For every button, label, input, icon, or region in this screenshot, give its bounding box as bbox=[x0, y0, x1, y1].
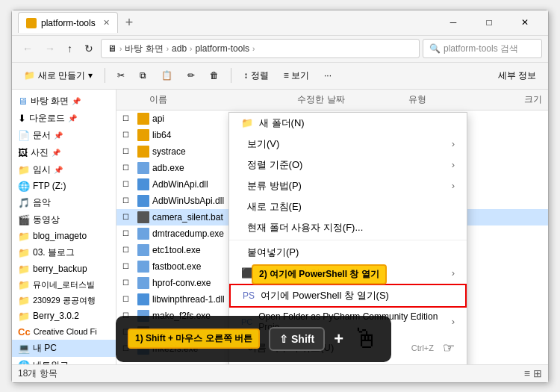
toolbar: 📁 새로 만들기 ▾ ✂ ⧉ 📋 ✏ 🗑 ↕ 정렬 ≡ 보기 ··· 세부 정보 bbox=[12, 63, 548, 90]
paste-button[interactable]: 📋 bbox=[155, 67, 178, 84]
sidebar-label-video: 동영상 bbox=[33, 214, 60, 226]
breadcrumb[interactable]: 🖥 › 바탕 화면 › adb › platform-tools › bbox=[101, 39, 420, 58]
sidebar-item-mypc[interactable]: 💻 내 PC bbox=[12, 340, 116, 357]
toolbar-separator-2 bbox=[231, 68, 231, 83]
status-count: 18개 항목 bbox=[18, 367, 57, 380]
shift-key: ⇧ Shift bbox=[269, 327, 325, 351]
ctx-customize[interactable]: 현재 폴더 사용자 지정(F)... bbox=[229, 217, 467, 238]
sidebar: 🖥 바탕 화면 📌 ⬇ 다운로드 📌 📄 문서 📌 🖼 사진 bbox=[12, 90, 116, 364]
detail-button[interactable]: 세부 정보 bbox=[492, 66, 542, 85]
ctx-paste-label: 붙여넣기(P) bbox=[247, 246, 299, 259]
annotation-step2: 2) 여기에 PowerShell 창 열기 bbox=[252, 264, 387, 284]
mouse-icon: 🖱 bbox=[352, 323, 379, 355]
sidebar-label-temp: 임시 bbox=[33, 164, 51, 176]
ctx-view-label: 보기(V) bbox=[247, 137, 279, 151]
sidebar-item-network[interactable]: 🌐 네트워크 bbox=[12, 357, 116, 364]
col-header-type[interactable]: 유형 bbox=[408, 93, 482, 106]
sidebar-item-ftp[interactable]: 🌐 FTP (Z:) bbox=[12, 178, 116, 194]
maximize-button[interactable]: □ bbox=[472, 10, 506, 35]
grid-view-button[interactable]: ⊞ bbox=[533, 367, 542, 379]
ctx-group-label: 분류 방법(P) bbox=[247, 179, 302, 193]
sidebar-item-kong[interactable]: 📁 230929 콩공여행 bbox=[12, 293, 116, 308]
col-header-name[interactable]: 이름 bbox=[149, 93, 297, 106]
sidebar-label-download: 다운로드 bbox=[29, 112, 65, 125]
ctx-paste[interactable]: 붙여넣기(P) bbox=[229, 242, 467, 263]
breadcrumb-item-platform-tools[interactable]: platform-tools bbox=[195, 43, 249, 54]
sidebar-item-berry[interactable]: 📁 berry_backup bbox=[12, 261, 116, 277]
title-bar: platform-tools ✕ + ─ □ ✕ bbox=[12, 10, 548, 36]
search-placeholder: platform-tools 검색 bbox=[444, 43, 518, 55]
shift-arrow-icon: ⇧ bbox=[279, 333, 288, 345]
sidebar-label-docs: 문서 bbox=[33, 129, 51, 142]
new-label: 새로 만들기 bbox=[38, 69, 85, 82]
col-header-size[interactable]: 크기 bbox=[483, 93, 542, 106]
sidebar-item-download[interactable]: ⬇ 다운로드 📌 bbox=[12, 110, 116, 127]
breadcrumb-item-desktop[interactable]: 바탕 화면 bbox=[125, 43, 163, 55]
col-header-date[interactable]: 수정한 날짜 bbox=[297, 93, 408, 106]
sort-button[interactable]: ↕ 정렬 bbox=[237, 66, 274, 85]
refresh-button[interactable]: ↻ bbox=[80, 40, 98, 57]
sidebar-item-cc[interactable]: Cc Creative Cloud Fi bbox=[12, 324, 116, 340]
new-icon: 📁 bbox=[24, 70, 35, 81]
powershell-icon: PS bbox=[243, 290, 255, 301]
more-button[interactable]: ··· bbox=[318, 67, 337, 84]
ctx-view[interactable]: 보기(V) › bbox=[229, 134, 467, 155]
sidebar-label-blog2: 03. 블로그 bbox=[33, 246, 75, 259]
file-list-header: 이름 수정한 날짜 유형 크기 bbox=[116, 90, 548, 111]
sidebar-label-berry: berry_backup bbox=[33, 264, 87, 274]
up-button[interactable]: ↑ bbox=[63, 40, 77, 57]
ctx-powershell[interactable]: PS 여기에 PowerShell 창 열기(S) bbox=[229, 284, 467, 308]
cursor-icon: ☞ bbox=[443, 340, 455, 356]
cut-button[interactable]: ✂ bbox=[111, 67, 131, 84]
sidebar-item-blog2[interactable]: 📁 03. 블로그 bbox=[12, 244, 116, 261]
window-controls: ─ □ ✕ bbox=[436, 10, 542, 35]
sidebar-item-video[interactable]: 🎬 동영상 bbox=[12, 211, 116, 228]
sidebar-item-blog[interactable]: 📁 blog_imageto bbox=[12, 228, 116, 244]
status-bar: 18개 항목 ≡ ⊞ bbox=[12, 364, 548, 382]
sidebar-label-desktop: 바탕 화면 bbox=[31, 95, 69, 108]
ctx-refresh-label: 새로 고침(E) bbox=[247, 200, 302, 214]
ctx-new-folder[interactable]: 📁 새 폴더(N) bbox=[229, 113, 467, 134]
ctx-group[interactable]: 분류 방법(P) › bbox=[229, 175, 467, 196]
sidebar-item-temp[interactable]: 📁 임시 📌 bbox=[12, 161, 116, 178]
toolbar-separator bbox=[105, 68, 105, 83]
close-button[interactable]: ✕ bbox=[508, 10, 542, 35]
breadcrumb-item-adb[interactable]: adb bbox=[172, 43, 187, 54]
ctx-sort[interactable]: 정렬 기준(O) › bbox=[229, 155, 467, 175]
ctx-new-folder-label: 새 폴더(N) bbox=[259, 116, 305, 130]
ctx-separator bbox=[229, 240, 467, 240]
sidebar-label-kong: 230929 콩공여행 bbox=[33, 295, 96, 306]
list-view-button[interactable]: ≡ bbox=[524, 367, 530, 379]
tab-title: platform-tools bbox=[41, 18, 96, 28]
copy-button[interactable]: ⧉ bbox=[134, 67, 152, 84]
delete-button[interactable]: 🗑 bbox=[204, 67, 225, 84]
shift-label: Shift bbox=[291, 333, 314, 345]
ctx-sort-label: 정렬 기준(O) bbox=[247, 158, 302, 172]
detail-label: 세부 정보 bbox=[498, 69, 536, 82]
sidebar-label-lotus: 뮤이네_로터스빌 bbox=[33, 279, 95, 290]
breadcrumb-icon: 🖥 bbox=[108, 43, 116, 54]
sidebar-label-music: 음악 bbox=[33, 196, 51, 209]
tab-close-button[interactable]: ✕ bbox=[103, 18, 110, 28]
back-button[interactable]: ← bbox=[18, 40, 37, 57]
ctx-customize-label: 현재 폴더 사용자 지정(F)... bbox=[247, 221, 363, 234]
minimize-button[interactable]: ─ bbox=[436, 10, 470, 35]
sidebar-item-lotus[interactable]: 📁 뮤이네_로터스빌 bbox=[12, 277, 116, 293]
new-tab-button[interactable]: + bbox=[121, 15, 138, 31]
sidebar-item-music[interactable]: 🎵 음악 bbox=[12, 194, 116, 211]
ctx-powershell-label: 여기에 PowerShell 창 열기(S) bbox=[261, 289, 389, 302]
view-button[interactable]: ≡ 보기 bbox=[278, 66, 315, 85]
sidebar-item-docs[interactable]: 📄 문서 📌 bbox=[12, 127, 116, 144]
sidebar-item-desktop[interactable]: 🖥 바탕 화면 📌 bbox=[12, 93, 116, 110]
search-box[interactable]: 🔍 platform-tools 검색 bbox=[423, 39, 542, 58]
sidebar-item-photos[interactable]: 🖼 사진 📌 bbox=[12, 144, 116, 161]
new-button[interactable]: 📁 새로 만들기 ▾ bbox=[18, 66, 99, 85]
step1-annotation: 1) Shift + 마우스 오른쪽 버튼 ⇧ Shift + 🖱 bbox=[116, 316, 391, 362]
ctx-refresh[interactable]: 새로 고침(E) bbox=[229, 196, 467, 217]
view-controls: ≡ ⊞ bbox=[524, 367, 542, 379]
search-icon: 🔍 bbox=[429, 43, 441, 54]
rename-button[interactable]: ✏ bbox=[181, 67, 201, 84]
forward-button[interactable]: → bbox=[40, 40, 60, 57]
sidebar-item-berry302[interactable]: 📁 Berry_3.0.2 bbox=[12, 308, 116, 324]
title-tab: platform-tools ✕ bbox=[18, 12, 118, 33]
